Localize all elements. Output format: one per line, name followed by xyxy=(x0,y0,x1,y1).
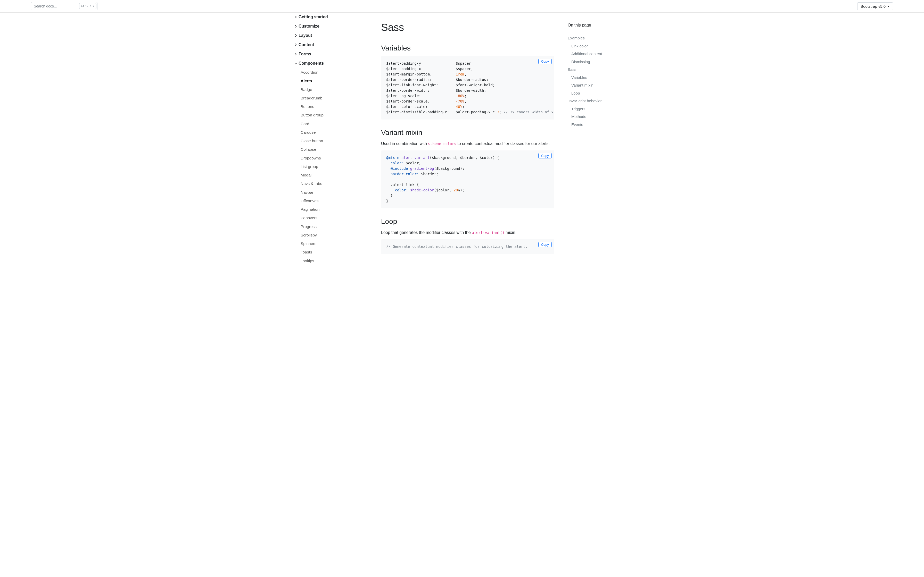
chevron-right-icon xyxy=(294,34,297,37)
toc-link[interactable]: Loop xyxy=(568,89,629,97)
sidebar-item-tooltips[interactable]: Tooltips xyxy=(299,256,370,265)
sidebar-group-label: Customize xyxy=(299,23,320,29)
main-content: Sass Variables Copy $alert-padding-y: $s… xyxy=(372,7,563,270)
sidebar-item-modal[interactable]: Modal xyxy=(299,171,370,179)
chevron-right-icon xyxy=(294,43,297,47)
sidebar-item-close-button[interactable]: Close button xyxy=(299,137,370,145)
toc-link[interactable]: JavaScript behavior xyxy=(568,97,629,105)
sidebar-item-buttons[interactable]: Buttons xyxy=(299,102,370,111)
sidebar-item-scrollspy[interactable]: Scrollspy xyxy=(299,231,370,239)
toc-link[interactable]: Examples xyxy=(568,34,629,42)
sidebar-item-breadcrumb[interactable]: Breadcrumb xyxy=(299,94,370,102)
sidebar-item-alerts[interactable]: Alerts xyxy=(299,76,370,85)
heading-loop: Loop xyxy=(381,216,554,227)
copy-button[interactable]: Copy xyxy=(538,59,552,64)
sidebar-item-pagination[interactable]: Pagination xyxy=(299,205,370,214)
toc-link[interactable]: Dismissing xyxy=(568,58,629,66)
chevron-right-icon xyxy=(294,15,297,19)
sidebar-item-spinners[interactable]: Spinners xyxy=(299,239,370,248)
sidebar-item-badge[interactable]: Badge xyxy=(299,85,370,94)
sidebar-group-label: Forms xyxy=(299,51,311,57)
sidebar-item-navs-tabs[interactable]: Navs & tabs xyxy=(299,179,370,188)
version-dropdown[interactable]: Bootstrap v5.0 xyxy=(857,2,893,10)
sidebar-item-navbar[interactable]: Navbar xyxy=(299,188,370,197)
toc-link[interactable]: Events xyxy=(568,121,629,129)
chevron-down-icon xyxy=(887,6,890,7)
toc-title: On this page xyxy=(568,22,629,28)
sidebar-item-progress[interactable]: Progress xyxy=(299,222,370,231)
search-shortcut-hint: Ctrl + / xyxy=(79,3,97,9)
sidebar-item-popovers[interactable]: Popovers xyxy=(299,214,370,222)
copy-button[interactable]: Copy xyxy=(538,153,552,158)
sidebar-group-label: Components xyxy=(299,60,324,66)
sidebar-group-label: Getting started xyxy=(299,14,328,20)
heading-variant-mixin: Variant mixin xyxy=(381,127,554,138)
toc-link[interactable]: Additional content xyxy=(568,50,629,58)
variant-mixin-intro: Used in combination with $theme-colors t… xyxy=(381,141,554,147)
sidebar-group-getting-started[interactable]: Getting started xyxy=(292,12,370,22)
code-variables: Copy $alert-padding-y: $spacer; $alert-p… xyxy=(381,56,554,119)
copy-button[interactable]: Copy xyxy=(538,242,552,247)
sidebar-group-forms[interactable]: Forms xyxy=(292,50,370,59)
toc-link[interactable]: Link color xyxy=(568,42,629,50)
loop-intro: Loop that generates the modifier classes… xyxy=(381,229,554,236)
heading-variables: Variables xyxy=(381,43,554,53)
sidebar-item-dropdowns[interactable]: Dropdowns xyxy=(299,154,370,162)
toc-link[interactable]: Triggers xyxy=(568,105,629,113)
sidebar-group-label: Content xyxy=(299,42,314,48)
sidebar-item-toasts[interactable]: Toasts xyxy=(299,248,370,256)
toc-link[interactable]: Variables xyxy=(568,74,629,82)
chevron-right-icon xyxy=(294,52,297,56)
sidebar-item-card[interactable]: Card xyxy=(299,119,370,128)
toc-link[interactable]: Variant mixin xyxy=(568,81,629,89)
toc-link[interactable]: Sass xyxy=(568,66,629,74)
sidebar-group-content[interactable]: Content xyxy=(292,40,370,50)
sidebar-item-carousel[interactable]: Carousel xyxy=(299,128,370,137)
chevron-right-icon xyxy=(294,24,297,28)
sidebar-item-collapse[interactable]: Collapse xyxy=(299,145,370,153)
search-wrap: Ctrl + / xyxy=(31,2,97,10)
code-loop: Copy // Generate contextual modifier cla… xyxy=(381,239,554,254)
sidebar-group-customize[interactable]: Customize xyxy=(292,22,370,31)
code-mixin: Copy @mixin alert-variant($background, $… xyxy=(381,150,554,208)
version-label: Bootstrap v5.0 xyxy=(861,4,885,8)
heading-sass: Sass xyxy=(381,19,554,35)
docs-subnav: Ctrl + / Bootstrap v5.0 xyxy=(0,0,924,13)
sidebar-item-offcanvas[interactable]: Offcanvas xyxy=(299,197,370,205)
sidebar-item-button-group[interactable]: Button group xyxy=(299,111,370,119)
sidebar-group-label: Layout xyxy=(299,32,312,39)
sidebar-item-list-group[interactable]: List group xyxy=(299,162,370,171)
on-this-page: On this page ExamplesLink colorAdditiona… xyxy=(563,15,629,134)
sidebar-item-accordion[interactable]: Accordion xyxy=(299,68,370,76)
sidebar-group-layout[interactable]: Layout xyxy=(292,31,370,40)
sidebar-group-components[interactable]: Components xyxy=(292,59,370,68)
docs-sidebar: Getting startedCustomizeLayoutContentFor… xyxy=(292,7,372,270)
toc-link[interactable]: Methods xyxy=(568,113,629,121)
chevron-down-icon xyxy=(294,61,297,65)
